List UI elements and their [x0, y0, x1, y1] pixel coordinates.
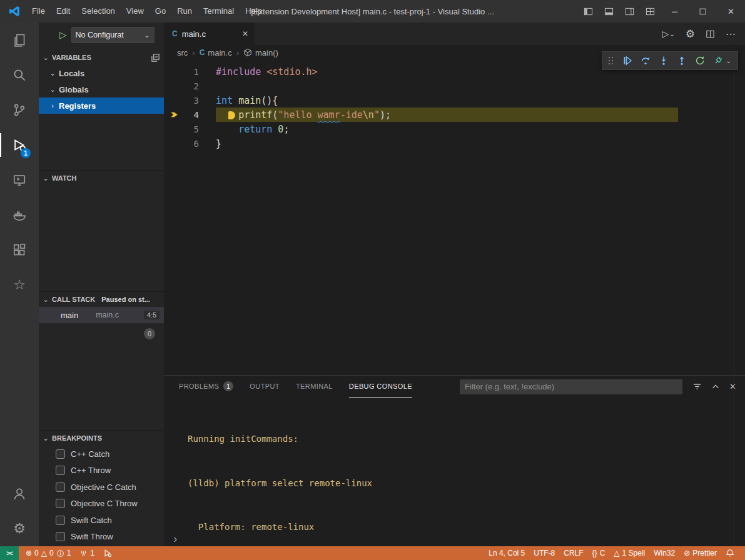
breakpoint-row[interactable]: Swift Throw [39, 529, 164, 546]
tab-debug-console[interactable]: DEBUG CONSOLE [349, 376, 412, 398]
configure-gear-icon[interactable]: ⚙ [686, 28, 695, 41]
breadcrumb-folder[interactable]: src [177, 48, 188, 58]
tab-output[interactable]: OUTPUT [250, 376, 280, 398]
checkbox[interactable] [56, 499, 65, 508]
menu-terminal[interactable]: Terminal [198, 0, 240, 22]
step-into-button[interactable] [659, 56, 669, 66]
tab-terminal[interactable]: TERMINAL [296, 376, 333, 398]
breakpoint-gutter[interactable] [164, 136, 185, 151]
activity-search[interactable] [0, 58, 39, 92]
inline-breakpoint-icon[interactable] [228, 111, 235, 119]
run-debug-sidebar: ▷ No Configurat ⌄ ⌄ VARIABLES ⌄ Locals ⌄… [39, 22, 164, 546]
breakpoint-row[interactable]: C++ Throw [39, 462, 164, 479]
problems-status[interactable]: ⊗ 0 △ 0 1 [21, 546, 75, 560]
checkbox[interactable] [56, 532, 65, 541]
breadcrumb-file[interactable]: C main.c [200, 48, 232, 58]
platform-indicator[interactable]: Win32 [649, 546, 679, 560]
checkbox[interactable] [56, 482, 65, 492]
disconnect-button[interactable] [713, 56, 723, 66]
continue-button[interactable] [622, 56, 632, 66]
radio-tower-icon [79, 549, 88, 558]
close-panel-icon[interactable]: ✕ [729, 382, 736, 391]
run-menu-button[interactable]: ▷ ⌄ [662, 29, 675, 39]
collapse-all-icon[interactable] [151, 53, 160, 62]
maximize-button[interactable] [689, 0, 717, 22]
call-stack-header[interactable]: ⌄ CALL STACK Paused on st... [39, 292, 164, 307]
menu-edit[interactable]: Edit [51, 0, 76, 22]
chevron-up-icon[interactable] [711, 382, 720, 391]
variables-header[interactable]: ⌄ VARIABLES [39, 50, 164, 65]
tab-problems[interactable]: PROBLEMS 1 [179, 376, 233, 398]
menu-file[interactable]: File [26, 0, 51, 22]
activity-run-debug[interactable]: 1 [0, 128, 39, 162]
spell-checker-status[interactable]: △ 1 Spell [609, 546, 649, 560]
console-filter-input[interactable] [460, 379, 682, 394]
toggle-panel-icon[interactable] [599, 0, 619, 22]
checkbox[interactable] [56, 466, 65, 475]
menu-run[interactable]: Run [171, 0, 198, 22]
launch-config-dropdown[interactable]: No Configurat ⌄ [71, 27, 155, 43]
checkbox[interactable] [56, 516, 65, 525]
breakpoint-row[interactable]: C++ Catch [39, 446, 164, 462]
breakpoint-gutter[interactable] [164, 122, 185, 136]
toolbar-drag-gripper[interactable] [609, 57, 614, 65]
customize-layout-icon[interactable] [640, 0, 661, 22]
settings-button[interactable]: ⚙ [0, 511, 39, 546]
more-actions-icon[interactable]: ⋯ [726, 28, 736, 40]
menu-selection[interactable]: Selection [76, 0, 120, 22]
watch-header[interactable]: ⌄ WATCH [39, 171, 164, 186]
restart-button[interactable] [695, 56, 705, 66]
tab-main-c[interactable]: C main.c ✕ [164, 22, 255, 45]
minimize-button[interactable]: ─ [661, 0, 689, 22]
breakpoint-row[interactable]: Objective C Throw [39, 496, 164, 512]
cursor-position[interactable]: Ln 4, Col 5 [484, 546, 529, 560]
notifications-button[interactable] [721, 546, 739, 560]
breakpoint-gutter[interactable] [164, 64, 185, 79]
split-editor-icon[interactable] [706, 29, 715, 39]
chevron-down-icon[interactable]: ⌄ [726, 58, 731, 64]
code-editor[interactable]: 1 #include <stdio.h> 2 3 int main(){ 4 p… [164, 60, 745, 375]
remote-indicator[interactable]: >< [0, 546, 19, 560]
menu-go[interactable]: Go [150, 0, 171, 22]
checkbox[interactable] [56, 449, 65, 459]
toggle-sidebar-icon[interactable] [578, 0, 599, 22]
ports-status[interactable]: 1 [75, 546, 99, 560]
breadcrumb-symbol[interactable]: main() [243, 48, 278, 58]
breakpoint-row[interactable]: Swift Catch [39, 512, 164, 529]
breakpoints-header[interactable]: ⌄ BREAKPOINTS [39, 431, 164, 446]
encoding-indicator[interactable]: UTF-8 [529, 546, 559, 560]
toggle-secondary-sidebar-icon[interactable] [619, 0, 640, 22]
close-button[interactable]: ✕ [717, 0, 745, 22]
variables-registers-row[interactable]: › Registers [39, 98, 164, 114]
console-prompt-icon[interactable]: › [173, 532, 177, 544]
line-number: 2 [185, 81, 199, 91]
accounts-button[interactable] [0, 476, 39, 511]
code-line-2: 2 [164, 79, 745, 93]
breakpoint-row[interactable]: Objective C Catch [39, 479, 164, 496]
activity-star[interactable]: ☆ [0, 268, 39, 302]
close-tab-icon[interactable]: ✕ [242, 29, 248, 38]
debug-status-button[interactable] [99, 546, 116, 560]
step-over-button[interactable] [641, 56, 651, 66]
variables-globals-row[interactable]: ⌄ Globals [39, 81, 164, 98]
filter-icon[interactable] [692, 382, 702, 391]
menu-view[interactable]: View [121, 0, 150, 22]
activity-docker[interactable] [0, 198, 39, 232]
activity-extensions[interactable] [0, 232, 39, 268]
activity-explorer[interactable] [0, 22, 39, 58]
source-control-icon [13, 103, 26, 117]
eol-indicator[interactable]: CRLF [559, 546, 587, 560]
activity-remote-explorer[interactable] [0, 162, 39, 198]
call-stack-title: CALL STACK [52, 296, 95, 303]
stack-frame-row[interactable]: main main.c 4:5 [39, 307, 164, 323]
debug-toolbar: ⌄ [602, 51, 738, 70]
breakpoint-gutter[interactable] [164, 93, 185, 108]
breakpoint-gutter[interactable] [164, 79, 185, 93]
formatter-status[interactable]: ⊘ Prettier [679, 546, 721, 560]
current-stack-frame-icon[interactable] [164, 108, 185, 122]
variables-locals-row[interactable]: ⌄ Locals [39, 65, 164, 81]
language-mode[interactable]: {} C [588, 546, 610, 560]
step-out-button[interactable] [677, 56, 687, 66]
activity-source-control[interactable] [0, 92, 39, 128]
start-debug-icon[interactable]: ▷ [59, 29, 67, 41]
